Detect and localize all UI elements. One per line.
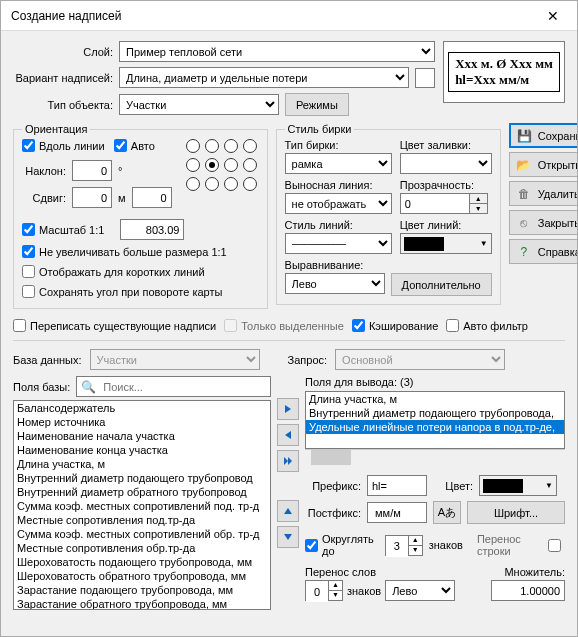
auto-filter-check[interactable]: Авто фильтр bbox=[446, 319, 528, 332]
list-item[interactable]: Наименование начала участка bbox=[14, 429, 270, 443]
move-up-button[interactable] bbox=[277, 500, 299, 522]
mult-input[interactable] bbox=[491, 580, 565, 601]
db-label: База данных: bbox=[13, 354, 82, 366]
type-select[interactable]: Участки bbox=[119, 94, 279, 115]
move-right-button[interactable] bbox=[277, 398, 299, 420]
variant-select[interactable]: Длина, диаметр и удельные потери bbox=[119, 67, 409, 88]
round-up-icon[interactable]: ▲ bbox=[409, 536, 422, 545]
preview-box: Xxx м. Ø Xxx мм hl=Xxx мм/м bbox=[443, 41, 565, 103]
line-color-select[interactable]: ▼ bbox=[400, 233, 492, 254]
list-item[interactable]: Местные сопротивления обр.тр-да bbox=[14, 541, 270, 555]
prefix-input[interactable] bbox=[367, 475, 427, 496]
scale-input[interactable] bbox=[120, 219, 184, 240]
postfix-input[interactable] bbox=[367, 502, 427, 523]
fill-select[interactable] bbox=[400, 153, 492, 174]
spinner-down-icon[interactable]: ▼ bbox=[470, 203, 487, 213]
auto-check[interactable]: Авто bbox=[114, 139, 155, 152]
wrap-align-select[interactable]: Лево bbox=[385, 580, 455, 601]
list-item[interactable]: Внутренний диаметр подающего трубопровод… bbox=[306, 406, 564, 420]
overwrite-check[interactable]: Переписать существующие надписи bbox=[13, 319, 216, 332]
delete-button[interactable]: 🗑Удалить bbox=[509, 181, 577, 206]
locale-button[interactable]: Aあ bbox=[433, 501, 461, 524]
out-fields-list[interactable]: Длина участка, мВнутренний диаметр подаю… bbox=[305, 391, 565, 449]
spinner-up-icon[interactable]: ▲ bbox=[470, 194, 487, 203]
orientation-grid[interactable] bbox=[186, 139, 259, 213]
list-item[interactable]: Шероховатость обратного трубопровода, мм bbox=[14, 569, 270, 583]
line-color-label: Цвет линий: bbox=[400, 219, 492, 231]
list-item[interactable]: Наименование конца участка bbox=[14, 443, 270, 457]
show-short-check[interactable]: Отображать для коротких линий bbox=[22, 265, 205, 278]
save-icon: 💾 bbox=[517, 128, 532, 144]
query-label: Запрос: bbox=[288, 354, 328, 366]
list-item[interactable]: Зарастание подающего трубопровода, мм bbox=[14, 583, 270, 597]
list-item[interactable]: Удельные линейные потери напора в под.тр… bbox=[306, 420, 564, 434]
tilt-label: Наклон: bbox=[22, 165, 66, 177]
prefix-label: Префикс: bbox=[305, 480, 361, 492]
search-input[interactable] bbox=[99, 378, 270, 396]
shift2-input[interactable] bbox=[132, 187, 172, 208]
opacity-label: Прозрачность: bbox=[400, 179, 492, 191]
wrap-words-label: Перенос слов bbox=[305, 566, 455, 578]
layer-select[interactable]: Пример тепловой сети bbox=[119, 41, 435, 62]
round-check[interactable]: Округлять до bbox=[305, 533, 379, 557]
move-left-button[interactable] bbox=[277, 424, 299, 446]
save-button[interactable]: 💾Сохранить bbox=[509, 123, 577, 148]
wrap-words-unit: знаков bbox=[347, 585, 381, 597]
list-item[interactable]: Местные сопротивления под.тр-да bbox=[14, 513, 270, 527]
line-style-select[interactable]: ─────── bbox=[285, 233, 392, 254]
open-button[interactable]: 📂Открыть bbox=[509, 152, 577, 177]
no-enlarge-check[interactable]: Не увеличивать больше размера 1:1 bbox=[22, 245, 227, 258]
trash-icon: 🗑 bbox=[516, 186, 532, 202]
additional-button[interactable]: Дополнительно bbox=[391, 273, 492, 296]
orientation-legend: Ориентация bbox=[22, 123, 90, 135]
wrap-down-icon[interactable]: ▼ bbox=[329, 590, 342, 600]
base-fields-list[interactable]: БалансодержательНомер источникаНаименова… bbox=[13, 400, 271, 610]
opacity-input[interactable] bbox=[400, 193, 470, 214]
postfix-label: Постфикс: bbox=[305, 507, 361, 519]
wrap-up-icon[interactable]: ▲ bbox=[329, 581, 342, 590]
list-item[interactable]: Сумма коэф. местных сопротивлений обр. т… bbox=[14, 527, 270, 541]
text-color-select[interactable]: ▼ bbox=[479, 475, 557, 496]
list-item[interactable]: Зарастание обратного трубопровода, мм bbox=[14, 597, 270, 610]
round-down-icon[interactable]: ▼ bbox=[409, 545, 422, 555]
tag-type-select[interactable]: рамка bbox=[285, 153, 392, 174]
wrap-line-check[interactable]: Перенос строки bbox=[477, 533, 565, 557]
align-select[interactable]: Лево bbox=[285, 273, 385, 294]
base-fields-label: Поля базы: bbox=[13, 381, 70, 393]
list-item[interactable]: Балансодержатель bbox=[14, 401, 270, 415]
caching-check[interactable]: Кэширование bbox=[352, 319, 438, 332]
color-label: Цвет: bbox=[433, 480, 473, 492]
scale-check[interactable]: Масштаб 1:1 bbox=[22, 223, 104, 236]
along-line-check[interactable]: Вдоль линии bbox=[22, 139, 105, 152]
font-button[interactable]: Шрифт... bbox=[467, 501, 565, 524]
layer-label: Слой: bbox=[13, 46, 113, 58]
variant-extra-check[interactable] bbox=[415, 68, 435, 88]
modes-button[interactable]: Режимы bbox=[285, 93, 349, 116]
wrap-words-input[interactable] bbox=[306, 581, 328, 602]
tilt-unit: ° bbox=[118, 165, 122, 177]
list-item[interactable]: Внутренний диаметр обратного трубопровод bbox=[14, 485, 270, 499]
list-item[interactable]: Длина участка, м bbox=[14, 457, 270, 471]
round-input[interactable] bbox=[386, 536, 408, 557]
help-button[interactable]: ?Справка bbox=[509, 239, 577, 264]
only-selected-check: Только выделенные bbox=[224, 319, 344, 332]
list-item[interactable]: Длина участка, м bbox=[306, 392, 564, 406]
variant-label: Вариант надписей: bbox=[13, 72, 113, 84]
close-icon[interactable]: ✕ bbox=[533, 3, 573, 29]
shift-input[interactable] bbox=[72, 187, 112, 208]
leader-select[interactable]: не отображать bbox=[285, 193, 392, 214]
list-item[interactable]: Номер источника bbox=[14, 415, 270, 429]
list-item[interactable]: Сумма коэф. местных сопротивлений под. т… bbox=[14, 499, 270, 513]
keep-angle-check[interactable]: Сохранять угол при повороте карты bbox=[22, 285, 222, 298]
move-all-right-button[interactable] bbox=[277, 450, 299, 472]
close-button[interactable]: ⎋Закрыть bbox=[509, 210, 577, 235]
leader-label: Выносная линия: bbox=[285, 179, 392, 191]
tilt-input[interactable] bbox=[72, 160, 112, 181]
mult-label: Множитель: bbox=[491, 566, 565, 578]
list-item[interactable]: Внутренний диаметр подающего трубопровод bbox=[14, 471, 270, 485]
list-item[interactable]: Шероховатость подающего трубопровода, мм bbox=[14, 555, 270, 569]
move-down-button[interactable] bbox=[277, 526, 299, 548]
out-fields-label: Поля для вывода: (3) bbox=[305, 376, 565, 388]
type-label: Тип объекта: bbox=[13, 99, 113, 111]
out-list-scrollbar[interactable] bbox=[305, 449, 565, 465]
